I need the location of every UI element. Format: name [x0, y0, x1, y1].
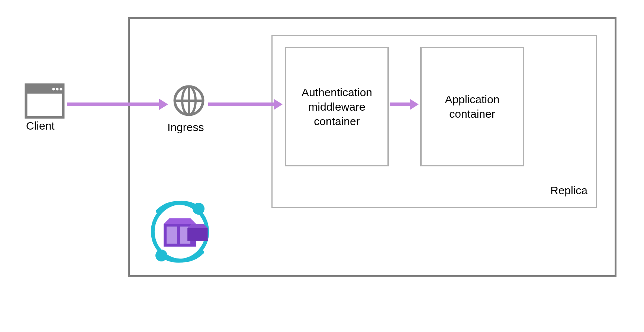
svg-point-3	[56, 88, 59, 91]
svg-point-9	[193, 203, 205, 215]
auth-box-text: Authentication middleware container	[294, 85, 380, 128]
replica-label: Replica	[550, 184, 587, 197]
svg-point-4	[60, 88, 62, 91]
app-box-text: Application container	[429, 92, 515, 121]
arrow-client-to-ingress	[67, 102, 160, 106]
svg-marker-12	[164, 218, 196, 224]
svg-point-2	[52, 88, 55, 91]
svg-rect-13	[167, 227, 177, 244]
container-apps-icon	[143, 195, 217, 271]
application-container-box: Application container	[420, 47, 524, 166]
diagram-stage: Replica Authentication middleware contai…	[0, 0, 644, 332]
client-icon	[22, 83, 67, 121]
ingress-label: Ingress	[167, 121, 204, 134]
auth-middleware-container-box: Authentication middleware container	[285, 47, 389, 166]
client-label: Client	[26, 120, 55, 132]
ingress-icon	[173, 85, 205, 119]
arrow-auth-to-app	[390, 102, 410, 106]
arrow-ingress-to-auth	[208, 102, 274, 106]
svg-point-10	[155, 250, 167, 261]
